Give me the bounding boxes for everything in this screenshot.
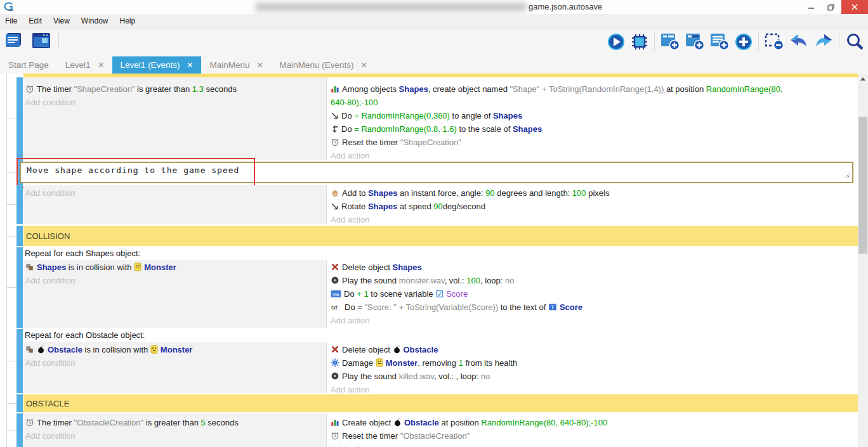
repeat-header[interactable]: Repeat for each Obstacle object: xyxy=(23,329,858,342)
toolbar-separator xyxy=(758,33,759,51)
event-block-shape-creation: The timer "ShapeCreation" is greater tha… xyxy=(16,77,858,160)
tab-mainmenu-events[interactable]: MainMenu (Events) xyxy=(271,56,375,74)
tab-label: MainMenu (Events) xyxy=(279,60,353,70)
menu-view[interactable]: View xyxy=(48,16,76,25)
event-block-repeat-shapes: Repeat for each Shapes object: Shapes is… xyxy=(16,247,858,328)
add-condition[interactable]: Add condition xyxy=(25,356,326,370)
tab-level1[interactable]: Level1 xyxy=(57,56,112,74)
event-selection-bar[interactable] xyxy=(16,413,23,447)
minimize-button[interactable] xyxy=(801,0,822,14)
group-banner-obstacle[interactable]: OBSTACLE xyxy=(16,394,858,412)
add-action[interactable]: Add action xyxy=(331,213,858,226)
vertical-scrollbar[interactable] xyxy=(858,74,868,447)
text-segment: "ObstacleCreation" xyxy=(74,418,144,427)
action-line[interactable]: Damage Monster, removing 1 from its heal… xyxy=(331,356,858,370)
action-line[interactable]: Do = RandomInRange(0.8, 1.6) to the scal… xyxy=(331,122,858,136)
add-event-icon[interactable] xyxy=(661,33,680,51)
close-tab-icon[interactable] xyxy=(98,62,104,68)
add-comment-icon[interactable] xyxy=(710,33,729,51)
condition-line[interactable]: The timer "ObstacleCreation" is greater … xyxy=(25,416,326,429)
close-tab-icon[interactable] xyxy=(257,62,263,68)
event-selection-bar[interactable] xyxy=(16,226,23,246)
comment-text[interactable]: Move shape according to the game speed xyxy=(27,165,239,175)
event-selection-bar[interactable] xyxy=(16,185,23,224)
add-condition[interactable]: Add condition xyxy=(25,186,326,200)
condition-line[interactable]: Shapes is in collision with Monster xyxy=(25,261,326,274)
add-action[interactable]: Add action xyxy=(331,443,858,447)
text-segment: Shapes xyxy=(368,202,397,211)
menu-file[interactable]: File xyxy=(0,16,23,25)
menu-help[interactable]: Help xyxy=(114,16,141,25)
action-line[interactable]: Rotate Shapes at speed 90deg/second xyxy=(331,200,858,213)
text-segment: , loop: xyxy=(480,276,505,285)
action-line[interactable]: Do = RandomInRange(0,360) to angle of Sh… xyxy=(331,109,858,122)
action-line[interactable]: Play the sound killed.wav, vol.: , loop:… xyxy=(331,370,858,383)
add-condition[interactable]: Add condition xyxy=(25,274,326,287)
variable-icon: Var xyxy=(331,287,341,301)
restore-button[interactable] xyxy=(820,0,841,14)
action-line[interactable]: Reset the timer "ObstacleCreation" xyxy=(331,429,858,443)
text-segment: + 1 xyxy=(357,289,368,299)
scene-editor-icon[interactable] xyxy=(32,32,52,51)
event-selection-bar[interactable] xyxy=(16,247,23,328)
tab-start-page[interactable]: Start Page xyxy=(0,56,57,74)
scroll-up-arrow[interactable] xyxy=(858,74,868,84)
add-subevent-icon[interactable] xyxy=(685,33,704,51)
condition-line[interactable]: The timer "ShapeCreation" is greater tha… xyxy=(25,82,326,96)
group-banner-collision[interactable]: COLLISION xyxy=(16,226,858,246)
text-segment: Shapes xyxy=(368,188,397,198)
search-icon[interactable] xyxy=(845,32,864,51)
text-segment: Obstacle xyxy=(404,345,438,354)
text-segment: = RandomInRange(0.8, 1.6) xyxy=(354,124,457,134)
tab-level1-events[interactable]: Level1 (Events) xyxy=(112,56,202,74)
comment-editor[interactable]: Move shape according to the game speed xyxy=(20,162,853,183)
action-line[interactable]: Reset the timer "ShapeCreation" xyxy=(331,136,858,149)
menu-window[interactable]: Window xyxy=(76,16,114,25)
rotate-icon xyxy=(331,200,339,213)
action-line[interactable]: Play the sound monster.wav, vol.: 100, l… xyxy=(331,274,858,287)
action-line[interactable]: VarDo + 1 to scene variable Score xyxy=(331,287,858,301)
timer-icon xyxy=(25,82,34,96)
delete-event-icon[interactable] xyxy=(765,33,784,51)
condition-line[interactable]: Obstacle is in collision with Monster xyxy=(25,343,326,356)
add-condition[interactable]: Add condition xyxy=(25,429,326,443)
repeat-header[interactable]: Repeat for each Shapes object: xyxy=(23,247,858,260)
resize-grip-icon[interactable] xyxy=(844,170,851,181)
create-object-icon xyxy=(331,82,339,96)
action-line[interactable]: Delete object Shapes xyxy=(331,261,858,274)
svg-text:txt: txt xyxy=(331,304,338,311)
text-segment: seconds xyxy=(204,84,237,94)
tab-mainmenu[interactable]: MainMenu xyxy=(201,56,271,74)
redo-icon[interactable] xyxy=(814,33,833,51)
action-line[interactable]: Create object Obstacle at position Rando… xyxy=(331,416,858,429)
text-segment: is greater than xyxy=(135,84,192,94)
action-line[interactable]: Add to Shapes an instant force, angle: 9… xyxy=(331,186,858,200)
menu-edit[interactable]: Edit xyxy=(23,16,48,25)
add-condition[interactable]: Add condition xyxy=(25,96,326,109)
project-manager-icon[interactable] xyxy=(5,32,25,51)
tab-label: Start Page xyxy=(8,60,49,70)
action-line[interactable]: Among objects Shapes, create object name… xyxy=(331,82,789,109)
scrollbar-thumb[interactable] xyxy=(858,117,867,254)
action-line[interactable]: txtDo = "Score: " + ToString(Variable(Sc… xyxy=(331,301,858,314)
undo-icon[interactable] xyxy=(789,33,808,51)
close-button[interactable] xyxy=(841,0,868,14)
bomb-icon xyxy=(393,343,401,356)
event-selection-bar[interactable] xyxy=(16,394,23,412)
text-segment: Damage xyxy=(342,358,376,368)
text-segment: from its health xyxy=(463,358,517,368)
event-selection-bar[interactable] xyxy=(16,77,23,160)
action-line[interactable]: Delete object Obstacle xyxy=(331,343,858,356)
text-segment: Do xyxy=(345,302,357,312)
close-tab-icon[interactable] xyxy=(187,62,193,68)
add-action[interactable]: Add action xyxy=(331,314,858,327)
event-selection-bar[interactable] xyxy=(16,329,23,393)
close-tab-icon[interactable] xyxy=(361,62,367,68)
debugger-icon[interactable] xyxy=(631,33,648,51)
tab-label: Level1 (Events) xyxy=(121,60,180,70)
tree-tick xyxy=(6,119,16,119)
add-other-event-icon[interactable] xyxy=(735,33,753,51)
preview-play-icon[interactable] xyxy=(607,33,625,51)
text-segment: Obstacle xyxy=(48,345,82,354)
text-segment: , vol.: xyxy=(445,276,467,285)
